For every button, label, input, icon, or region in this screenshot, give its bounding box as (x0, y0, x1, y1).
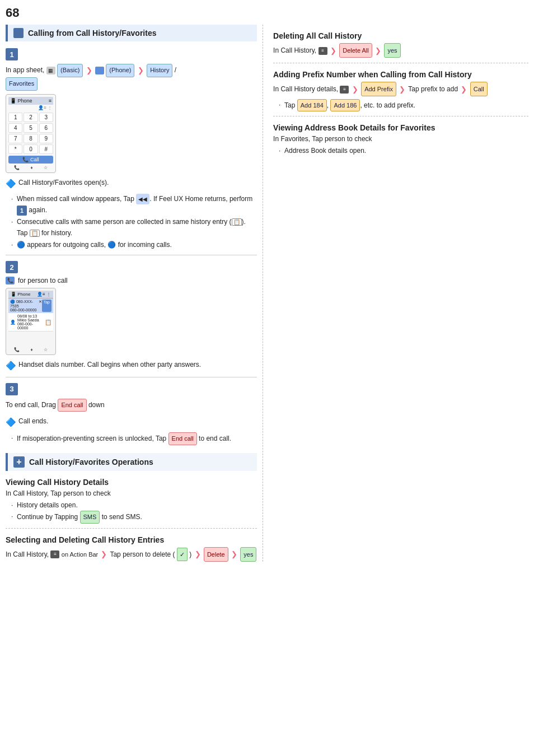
page-wrapper: 68 Calling from Call History/Favorites 1… (6, 6, 528, 562)
sub-divider-r1 (273, 63, 528, 63)
arrow-delete2: ❯ (375, 44, 381, 58)
menu-icon-prefix: ≡ (340, 86, 349, 94)
add184-badge: Add 184 (297, 99, 327, 112)
deleting-content: In Call History, ≡ ❯ Delete All ❯ yes (273, 43, 528, 58)
right-column: Deleting All Call History In Call Histor… (263, 25, 528, 562)
adding-text1: In Call History details, (273, 85, 338, 93)
call-badge-prefix: Call (470, 82, 488, 96)
delete-badge: Delete (204, 547, 228, 562)
bullet-3-1: If misoperation-preventing screen is unl… (11, 432, 257, 445)
viewing-fav-title: Viewing Address Book Details for Favorit… (273, 123, 528, 132)
arrow-selecting2: ❯ (195, 547, 201, 562)
left-column: Calling from Call History/Favorites 1 In… (6, 25, 263, 562)
ops-header-text: Call History/Favorites Operations (29, 458, 153, 466)
app-sheet-icon: ▦ (46, 67, 55, 74)
step2-text: for person to call (18, 277, 68, 284)
end-call-badge: End call (58, 399, 86, 412)
step1-content: In app sheet, ▦ (Basic) ❯ (Phone) ❯ Hist… (6, 64, 257, 91)
selecting-content: In Call History, ≡ on Action Bar ❯ Tap p… (6, 547, 257, 562)
step1-note-line: 🔷 Call History/Favorites open(s). (6, 178, 257, 190)
step1-text1: In app sheet, (6, 66, 44, 74)
left-section-header: Calling from Call History/Favorites (6, 25, 257, 41)
note-icon-1: 🔷 (6, 178, 16, 190)
checkmark-badge: ✓ (177, 548, 188, 561)
yes-badge-delete: yes (384, 43, 400, 58)
page-number: 68 (6, 6, 528, 20)
slash: / (175, 66, 176, 74)
step3-text1: To end call, Drag (6, 401, 56, 409)
phone2-top-row: 🔵 080-XXX-7535080-000-00000 ✕ Tap (8, 298, 53, 313)
arrow-prefix3: ❯ (461, 82, 467, 97)
phone-badge: (Phone) (106, 64, 134, 77)
sub-divider-1 (6, 528, 257, 529)
step3-content: To end call, Drag End call down (6, 399, 257, 412)
viewing-bullet-2: Continue by Tapping SMS to send SMS. (11, 511, 257, 524)
favorites-badge: Favorites (6, 77, 38, 91)
phone-mockup-2: 📱 Phone 👤≡ ⋮ 🔵 080-XXX-7535080-000-00000… (6, 288, 56, 355)
end-call-badge-inline: End call (168, 432, 197, 445)
step2-row: 2 (6, 261, 257, 273)
selecting-text1: In Call History, (6, 550, 49, 558)
note-icon-3: 🔷 (6, 416, 16, 429)
history-badge: History (147, 64, 172, 77)
bullet-1-2: Consecutive calls with same person are c… (11, 216, 257, 239)
call-button-mockup: 📞 Call (8, 156, 53, 164)
adding-bullets: Tap Add 184, Add 186, etc. to add prefix… (279, 99, 528, 112)
arrow2: ❯ (138, 64, 144, 77)
phone-mockup-1: 📱 Phone ≡ 👤≡ ⋮ 1 2 3 4 5 6 7 8 9 (6, 94, 56, 173)
adding-bullet-1: Tap Add 184, Add 186, etc. to add prefix… (279, 99, 528, 112)
phone2-entry1: 👤 08/08 to:13Mikio Saeda080-000-00000 📋 (8, 313, 53, 332)
yes-badge: yes (240, 547, 256, 562)
incoming-icon: 🔵 (107, 241, 116, 249)
viewing-history-bullets: History details open. Continue by Tappin… (11, 500, 257, 524)
phone2-spacer (8, 332, 53, 346)
step3-row: 3 (6, 383, 257, 395)
viewing-fav-bullets: Address Book details open. (279, 145, 528, 156)
history-icon: 📋 (30, 230, 40, 237)
plus-icon: + (13, 456, 25, 468)
step1-row: 1 (6, 48, 257, 60)
deleting-title: Deleting All Call History (273, 31, 528, 40)
ops-section-header: + Call History/Favorites Operations (6, 453, 257, 471)
phone-icon-step1 (95, 67, 104, 74)
step2-content: 📞 for person to call (6, 277, 257, 284)
sms-badge: SMS (80, 511, 100, 524)
step3-note-text: Call ends. (18, 416, 48, 426)
phone-grid: 1 2 3 4 5 6 7 8 9 * 0 # (8, 113, 53, 154)
outgoing-icon: 🔵 (17, 241, 25, 249)
step3-text2: down (88, 401, 105, 409)
add186-badge: Add 186 (330, 99, 360, 112)
viewing-fav-bullet-1: Address Book details open. (279, 145, 528, 156)
add-prefix-badge: Add Prefix (361, 82, 396, 96)
arrow-selecting3: ❯ (231, 547, 237, 562)
arrow1: ❯ (86, 64, 92, 77)
phone-icons-row: 👤≡ ⋮ (8, 105, 53, 111)
step2-note-text: Handset dials number. Call begins when o… (18, 360, 201, 370)
step3-badge: 3 (6, 383, 18, 395)
step1-badge: 1 (6, 48, 18, 60)
basic-badge: (Basic) (57, 64, 83, 77)
step2-note-line: 🔷 Handset dials number. Call begins when… (6, 360, 257, 372)
action-bar-icon: ≡ (50, 550, 59, 558)
back-icon: ◀◀ (136, 194, 149, 204)
arrow-prefix1: ❯ (352, 82, 358, 97)
note-icon-2: 🔷 (6, 360, 16, 372)
step3-note-line: 🔷 Call ends. (6, 416, 257, 429)
phone-header-1: 📱 Phone ≡ (8, 97, 53, 105)
section-icon (13, 28, 24, 38)
viewing-fav-text: In Favorites, Tap person to check (273, 135, 528, 143)
sub-divider-r2 (273, 116, 528, 116)
action-bar-label: on Action Bar (62, 551, 100, 558)
adding-title: Adding Prefix Number when Calling from C… (273, 70, 528, 79)
bullet-1-3: 🔵 appears for outgoing calls, 🔵 for inco… (11, 239, 257, 250)
menu-icon-delete: ≡ (318, 47, 327, 55)
tap-badge: Tap (42, 300, 51, 312)
viewing-history-title: Viewing Call History Details (6, 478, 257, 487)
divider-3 (6, 377, 257, 377)
arrow-prefix2: ❯ (399, 82, 405, 97)
arrow-selecting: ❯ (101, 547, 107, 562)
phone2-header: 📱 Phone 👤≡ ⋮ (8, 291, 53, 298)
step2-badge: 2 (6, 261, 18, 273)
deleting-text: In Call History, (273, 46, 316, 54)
bullet-1-1: When missed call window appears, Tap ◀◀.… (11, 193, 257, 216)
